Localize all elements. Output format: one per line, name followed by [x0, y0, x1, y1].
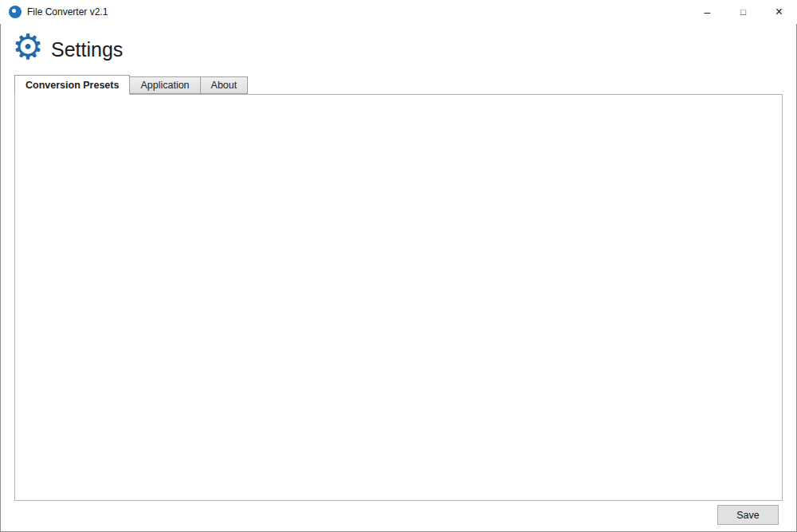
- tab-bar: Conversion Presets Application About: [14, 75, 247, 94]
- close-button[interactable]: ×: [761, 0, 797, 24]
- window-title: File Converter v2.1: [27, 6, 108, 18]
- tab-about[interactable]: About: [200, 76, 249, 94]
- settings-gear-icon: ⚙: [8, 27, 48, 67]
- titlebar: File Converter v2.1 – □ ×: [0, 0, 797, 24]
- save-button[interactable]: Save: [717, 505, 779, 525]
- tab-conversion-presets[interactable]: Conversion Presets: [14, 75, 130, 95]
- tab-application[interactable]: Application: [129, 76, 200, 94]
- file-converter-window: File Converter v2.1 – □ × ⚙ Settings Con…: [0, 0, 797, 532]
- settings-content: [14, 94, 783, 501]
- maximize-button[interactable]: □: [725, 0, 761, 24]
- app-icon: [9, 6, 22, 18]
- minimize-button[interactable]: –: [689, 0, 725, 24]
- page-title: Settings: [51, 38, 123, 61]
